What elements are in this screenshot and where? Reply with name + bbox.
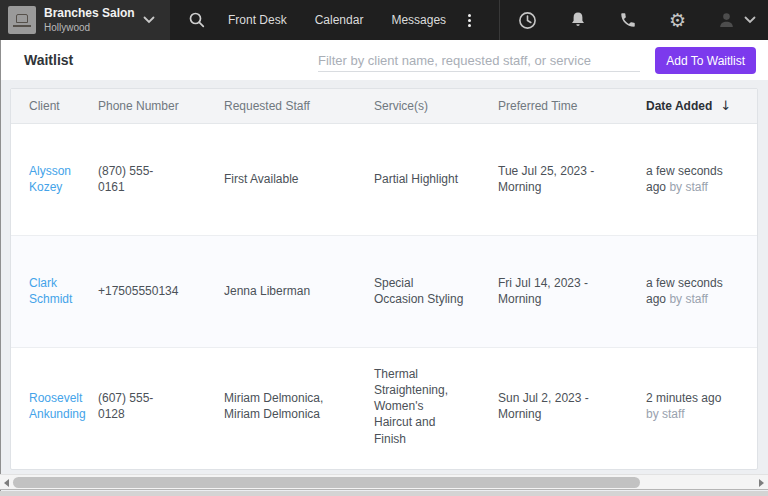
- nav-item-messages[interactable]: Messages: [377, 13, 460, 27]
- scroll-left-arrow-icon[interactable]: [4, 479, 9, 487]
- page-title: Waitlist: [24, 52, 73, 68]
- kebab-menu-icon: [468, 14, 471, 17]
- phone-icon: [619, 11, 637, 29]
- sort-desc-icon: ↓: [720, 98, 731, 113]
- client-cell: Clark Schmidt: [11, 235, 98, 347]
- calls-button[interactable]: [617, 9, 639, 31]
- person-icon: [717, 11, 736, 30]
- search-icon: [188, 11, 206, 29]
- window-left-edge: [0, 40, 1, 496]
- preferred-time-cell: Sun Jul 2, 2023 - Morning: [498, 347, 646, 465]
- bell-icon: [569, 11, 587, 29]
- col-header-client[interactable]: Client: [11, 89, 98, 123]
- services-cell: Thermal Straightening, Women's Haircut a…: [374, 347, 498, 465]
- account-chevron-down-icon: [744, 16, 756, 24]
- added-by-text: by staff: [669, 292, 707, 306]
- services-cell: Special Occasion Styling: [374, 235, 498, 347]
- date-added-cell: a few seconds ago by staff: [646, 123, 758, 235]
- waitlist-table-card: Client Phone Number Requested Staff Serv…: [10, 88, 758, 470]
- date-added-cell: a few seconds ago by staff: [646, 235, 758, 347]
- horizontal-scrollbar[interactable]: [0, 474, 768, 490]
- col-header-preferred-time[interactable]: Preferred Time: [498, 89, 646, 123]
- app-window: Branches Salon Hollywood Front Desk Cale…: [0, 0, 768, 496]
- scrollbar-thumb[interactable]: [13, 477, 640, 488]
- gear-icon: ⚙: [669, 11, 686, 30]
- phone-cell: (870) 555-0161: [98, 123, 224, 235]
- phone-cell: +17505550134: [98, 235, 224, 347]
- overflow-menu-button[interactable]: [462, 10, 477, 31]
- location-chevron-down-icon: [143, 16, 155, 24]
- logo-emblem: [16, 14, 28, 23]
- phone-cell: (607) 555-0128: [98, 347, 224, 465]
- location-picker[interactable]: Branches Salon Hollywood: [0, 0, 170, 40]
- services-cell: Partial Highlight: [374, 123, 498, 235]
- added-by-text: by staff: [669, 180, 707, 194]
- client-cell: Roosevelt Ankunding: [11, 347, 98, 465]
- client-link[interactable]: Alysson Kozey: [29, 163, 91, 195]
- nav-utilities: ⚙: [500, 0, 768, 40]
- waitlist-table: Client Phone Number Requested Staff Serv…: [11, 89, 758, 465]
- logo-wordmark: [13, 25, 31, 27]
- clock-icon: [518, 11, 537, 30]
- requested-staff-cell: First Available: [224, 123, 374, 235]
- col-header-services[interactable]: Service(s): [374, 89, 498, 123]
- client-link[interactable]: Roosevelt Ankunding: [29, 390, 91, 422]
- window-bottom-edge: [0, 491, 768, 496]
- settings-button[interactable]: ⚙: [667, 9, 688, 32]
- location-name: Branches Salon: [44, 7, 135, 20]
- nav-item-front-desk[interactable]: Front Desk: [214, 13, 301, 27]
- client-cell: Alysson Kozey: [11, 123, 98, 235]
- account-menu[interactable]: [717, 11, 756, 30]
- table-header-row: Client Phone Number Requested Staff Serv…: [11, 89, 758, 123]
- location-sublabel: Hollywood: [44, 22, 135, 33]
- date-added-text: 2 minutes ago: [646, 391, 721, 405]
- nav-menu: Front Desk Calendar Messages: [170, 0, 500, 40]
- col-header-phone-number[interactable]: Phone Number: [98, 89, 224, 123]
- location-text: Branches Salon Hollywood: [44, 7, 135, 33]
- date-added-cell: 2 minutes ago by staff: [646, 347, 758, 465]
- scroll-right-arrow-icon[interactable]: [759, 479, 764, 487]
- requested-staff-cell: Jenna Liberman: [224, 235, 374, 347]
- col-header-requested-staff[interactable]: Requested Staff: [224, 89, 374, 123]
- added-by-text: by staff: [646, 407, 684, 421]
- preferred-time-cell: Tue Jul 25, 2023 - Morning: [498, 123, 646, 235]
- notifications-button[interactable]: [567, 9, 589, 31]
- page-header: Waitlist Add To Waitlist: [0, 40, 768, 80]
- waitlist-row[interactable]: Clark Schmidt +17505550134 Jenna Liberma…: [11, 235, 758, 347]
- recent-activity-button[interactable]: [516, 9, 539, 32]
- client-link[interactable]: Clark Schmidt: [29, 275, 91, 307]
- requested-staff-cell: Miriam Delmonica, Miriam Delmonica: [224, 347, 374, 465]
- nav-item-calendar[interactable]: Calendar: [301, 13, 378, 27]
- waitlist-filter-input[interactable]: [318, 50, 640, 72]
- top-nav: Branches Salon Hollywood Front Desk Cale…: [0, 0, 768, 40]
- add-to-waitlist-button[interactable]: Add To Waitlist: [655, 47, 756, 74]
- waitlist-row[interactable]: Roosevelt Ankunding (607) 555-0128 Miria…: [11, 347, 758, 465]
- search-button[interactable]: [186, 9, 208, 31]
- preferred-time-cell: Fri Jul 14, 2023 - Morning: [498, 235, 646, 347]
- col-header-date-added[interactable]: Date Added↓: [646, 89, 758, 123]
- salon-logo: [8, 6, 36, 34]
- waitlist-row[interactable]: Alysson Kozey (870) 555-0161 First Avail…: [11, 123, 758, 235]
